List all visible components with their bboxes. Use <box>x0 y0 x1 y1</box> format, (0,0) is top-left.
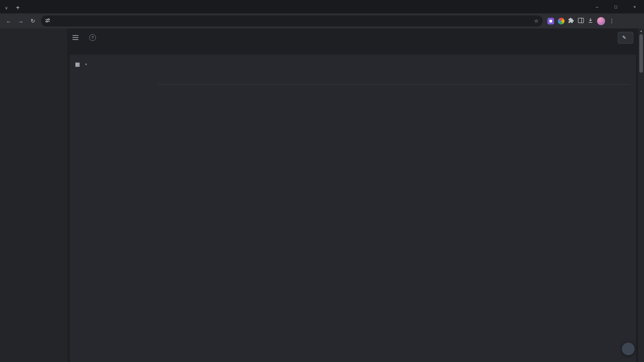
terms-panel: ▦ ▾ <box>75 59 152 357</box>
how-to-use-link[interactable]: ? <box>89 34 98 41</box>
main-content: ? ✎ ▦ ▾ <box>67 28 644 362</box>
downloads-icon[interactable] <box>588 17 593 24</box>
terms-header-dropdown[interactable]: ▦ ▾ <box>75 59 152 69</box>
browser-menu-icon[interactable]: ⋮ <box>609 18 615 24</box>
chevron-down-icon: ▾ <box>85 63 87 66</box>
scroll-up-icon[interactable]: ▲ <box>638 29 644 33</box>
edit-list-button[interactable]: ✎ <box>618 32 633 44</box>
view-tabs <box>67 49 636 55</box>
sidebar-toggle-icon[interactable] <box>72 35 78 40</box>
side-panel-icon[interactable] <box>578 18 584 24</box>
window-controls: – □ × <box>588 0 644 13</box>
reload-button[interactable]: ↻ <box>28 16 38 26</box>
forward-button[interactable]: → <box>15 16 26 26</box>
browser-toolbar: ← → ↻ ☆ ⋮ <box>0 13 644 28</box>
filters-bar <box>67 47 636 49</box>
keywords-table <box>158 59 631 357</box>
extensions-area: ⋮ <box>547 17 615 25</box>
bookmark-star-icon[interactable]: ☆ <box>532 18 541 24</box>
maximize-button[interactable]: □ <box>606 0 625 13</box>
extension-icon-1[interactable] <box>547 18 554 24</box>
scrollbar-thumb[interactable] <box>639 34 643 73</box>
back-button[interactable]: ← <box>3 16 14 26</box>
sidebar <box>0 28 67 362</box>
pencil-icon: ✎ <box>622 35 626 40</box>
table-toolbar <box>158 59 631 71</box>
extension-icon-2[interactable] <box>558 18 565 24</box>
new-tab-button[interactable]: + <box>13 3 23 13</box>
extensions-puzzle-icon[interactable] <box>568 17 574 25</box>
minimize-button[interactable]: – <box>588 0 606 13</box>
question-icon: ? <box>89 34 96 41</box>
profile-avatar[interactable] <box>597 17 605 25</box>
close-button[interactable]: × <box>625 0 644 13</box>
browser-window: ∨ + – □ × ← → ↻ ☆ ⋮ <box>0 0 644 362</box>
ahrefs-app: ? ✎ ▦ ▾ <box>0 28 644 362</box>
page-header: ? ✎ <box>67 28 636 47</box>
tab-strip: ∨ + – □ × <box>0 0 644 13</box>
tab-search-icon[interactable]: ∨ <box>1 2 11 13</box>
page-scrollbar[interactable]: ▲ <box>638 28 644 362</box>
content-panel: ▦ ▾ <box>70 55 636 362</box>
address-bar[interactable]: ☆ <box>41 15 543 26</box>
grid-icon: ▦ <box>75 61 80 67</box>
help-button[interactable] <box>622 343 635 355</box>
site-info-icon[interactable] <box>45 18 50 24</box>
table-header-row <box>158 73 631 84</box>
